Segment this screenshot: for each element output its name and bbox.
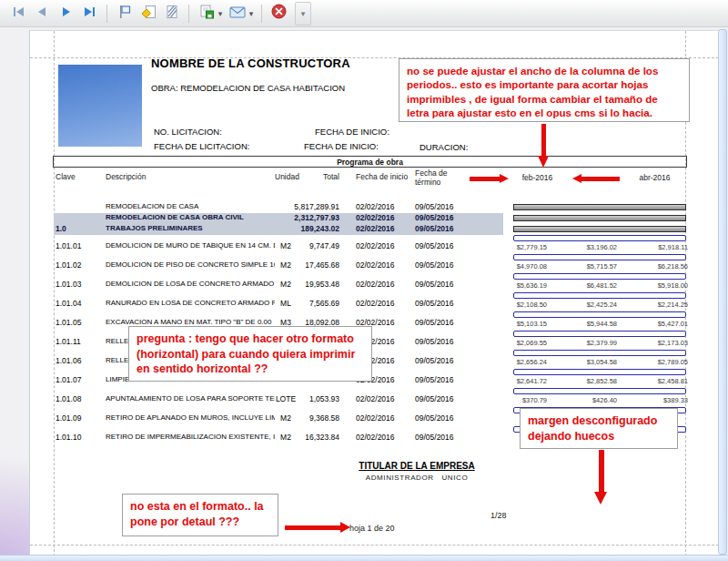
nav-previous-button[interactable] bbox=[31, 3, 54, 25]
cell-fecha-termino: 09/05/2016 bbox=[415, 318, 468, 327]
period-column-feb: feb-2016 bbox=[508, 173, 567, 182]
email-dropdown-caret[interactable]: ▾ bbox=[247, 9, 256, 18]
send-email-button[interactable] bbox=[226, 3, 248, 25]
nav-last-icon bbox=[83, 5, 96, 22]
cell-descripcion: EXCAVACION A MANO EN MAT. TIPO "B" DE 0.… bbox=[106, 318, 275, 326]
cell-descripcion: DEMOLICION DE LOSA DE CONCRETO ARMADO 2 bbox=[106, 280, 275, 288]
no-licitacion-label: NO. LICITACION: bbox=[154, 127, 222, 137]
cell-total: 19,953.48 bbox=[281, 280, 339, 289]
gantt-bar bbox=[513, 204, 686, 210]
close-icon bbox=[271, 4, 287, 23]
cell-periodo-valor: $2,214.25 bbox=[624, 301, 688, 309]
horizontal-scrollbar[interactable] bbox=[0, 555, 728, 561]
table-row: 1.01.02DEMOLICION DE PISO DE CONCRETO SI… bbox=[54, 254, 688, 273]
gantt-bar bbox=[513, 235, 686, 241]
preview-area: NOMBRE DE LA CONSTRUCTORA OBRA: REMODELA… bbox=[0, 27, 728, 561]
cell-clave: 1.01.09 bbox=[56, 413, 103, 423]
cell-periodo-valor: $2,425.24 bbox=[553, 301, 617, 309]
fill-background-button[interactable] bbox=[136, 3, 159, 25]
cell-descripcion: DEMOLICION DE PISO DE CONCRETO SIMPLE 10 bbox=[106, 260, 275, 269]
header-clave: Clave bbox=[56, 172, 76, 181]
cell-clave: 1.01.03 bbox=[56, 280, 103, 289]
export-save-icon bbox=[198, 5, 215, 23]
vertical-scrollbar[interactable] bbox=[718, 29, 727, 555]
cell-periodo-valor: $2,641.72 bbox=[483, 377, 547, 385]
cell-periodo-valor: $2,656.24 bbox=[483, 358, 547, 366]
cell-fecha-inicio: 02/02/2016 bbox=[356, 260, 409, 270]
gantt-bar bbox=[513, 311, 686, 318]
annotation-margen: margen desconfigurado dejando huecos bbox=[520, 408, 678, 449]
fill-background-icon bbox=[140, 5, 157, 23]
annotation-default-footer: no esta en el formato.. la pone por deta… bbox=[122, 494, 278, 536]
cell-periodo-valor: $2,108.50 bbox=[483, 301, 547, 309]
cell-fecha-termino: 09/05/2016 bbox=[415, 337, 468, 346]
cell-periodo-valor: $426.40 bbox=[553, 396, 617, 404]
cell-periodo-valor: $5,715.57 bbox=[553, 262, 617, 270]
watermark-icon bbox=[165, 5, 179, 23]
cell-fecha-inicio: 02/02/2016 bbox=[356, 413, 409, 423]
table-row: 1.01.04RANURADO EN LOSA DE CONCRETO ARMA… bbox=[54, 292, 688, 311]
cell-fecha-termino: 09/05/2016 bbox=[415, 260, 468, 270]
nav-first-icon bbox=[12, 5, 25, 22]
nav-previous-icon bbox=[35, 5, 49, 22]
nav-first-button[interactable] bbox=[7, 3, 30, 25]
cell-periodo-valor: $5,636.19 bbox=[483, 281, 547, 290]
header-unidad: Unidad bbox=[275, 172, 299, 181]
cell-periodo-valor: $6,481.52 bbox=[553, 281, 617, 290]
toolbar-overflow-icon: ▾ bbox=[301, 9, 306, 18]
cell-fecha-inicio: 02/02/2016 bbox=[356, 299, 409, 308]
cell-fecha-inicio: 02/02/2016 bbox=[356, 241, 409, 250]
hoja-counter: hoja 1 de 20 bbox=[349, 524, 395, 533]
table-row: 1.0TRABAJOS PRELIMINARES189,243.0202/02/… bbox=[54, 224, 688, 235]
header-total: Total bbox=[301, 172, 339, 181]
toolbar-overflow-button[interactable]: ▾ bbox=[295, 2, 311, 26]
cell-clave: 1.01.10 bbox=[56, 433, 103, 442]
cell-periodo-valor: $2,852.58 bbox=[553, 377, 617, 385]
nav-next-icon bbox=[59, 5, 73, 22]
cell-total: 16,323.84 bbox=[281, 433, 339, 442]
cell-periodo-valor: $2,458.81 bbox=[624, 377, 688, 385]
fecha-licitacion-label: FECHA DE LICITACION: bbox=[154, 141, 249, 151]
page-setup-button[interactable] bbox=[113, 3, 136, 25]
table-row: 1.01.08APUNTALAMIENTO DE LOSA PARA SOPOR… bbox=[54, 388, 688, 407]
cell-periodo-valor: $2,069.55 bbox=[483, 339, 547, 347]
cell-fecha-inicio: 02/02/2016 bbox=[356, 433, 409, 442]
nav-next-button[interactable] bbox=[55, 3, 77, 25]
cell-clave: 1.01.11 bbox=[56, 337, 103, 346]
cell-descripcion: REMODELACION DE CASA bbox=[106, 202, 275, 210]
cell-periodo-valor: $5,427.01 bbox=[624, 320, 688, 328]
toolbar-separator bbox=[106, 5, 107, 23]
cell-fecha-termino: 09/05/2016 bbox=[415, 375, 468, 384]
page-setup-icon bbox=[117, 5, 132, 23]
cell-fecha-termino: 09/05/2016 bbox=[415, 433, 468, 442]
cell-periodo-valor: $5,944.58 bbox=[553, 320, 617, 328]
export-save-button[interactable] bbox=[195, 3, 217, 25]
header-fecha-termino: Fecha de término bbox=[415, 169, 453, 188]
cell-fecha-inicio: 02/02/2016 bbox=[356, 213, 409, 222]
period-column-abr: abr-2016 bbox=[625, 173, 684, 182]
cell-fecha-termino: 09/05/2016 bbox=[415, 299, 468, 308]
close-preview-button[interactable] bbox=[268, 3, 290, 25]
cell-total: 9,368.58 bbox=[281, 413, 339, 423]
cell-clave: 1.0 bbox=[56, 224, 103, 233]
cell-descripcion: TRABAJOS PRELIMINARES bbox=[106, 224, 275, 232]
gantt-bar bbox=[513, 350, 686, 356]
cell-clave: 1.01.04 bbox=[56, 299, 103, 308]
cell-periodo-valor: $2,779.15 bbox=[483, 243, 547, 251]
watermark-button[interactable] bbox=[160, 3, 183, 25]
nav-last-button[interactable] bbox=[78, 3, 101, 25]
export-dropdown-caret[interactable]: ▾ bbox=[216, 9, 225, 18]
page-fraction: 1/28 bbox=[490, 511, 507, 520]
cell-periodo-valor: $389.33 bbox=[624, 396, 688, 404]
obra-label: OBRA: REMODELACION DE CASA HABITACION bbox=[151, 83, 345, 93]
annotation-formato-horizontal: pregunta : tengo que hacer otro formato … bbox=[128, 326, 372, 382]
cell-clave: 1.01.02 bbox=[56, 260, 103, 270]
cell-fecha-inicio: 02/02/2016 bbox=[356, 394, 409, 403]
cell-clave: 1.01.01 bbox=[56, 241, 103, 250]
cell-periodo-valor: $5,918.00 bbox=[624, 281, 688, 290]
company-name: NOMBRE DE LA CONSTRUCTORA bbox=[151, 56, 350, 70]
table-row: REMODELACION DE CASA5,817,289.9102/02/20… bbox=[54, 202, 688, 213]
print-preview-toolbar: ▾ ▾ ▾ bbox=[0, 0, 728, 27]
cell-fecha-termino: 09/05/2016 bbox=[415, 202, 468, 211]
cell-periodo-valor: $4,970.08 bbox=[483, 262, 547, 270]
